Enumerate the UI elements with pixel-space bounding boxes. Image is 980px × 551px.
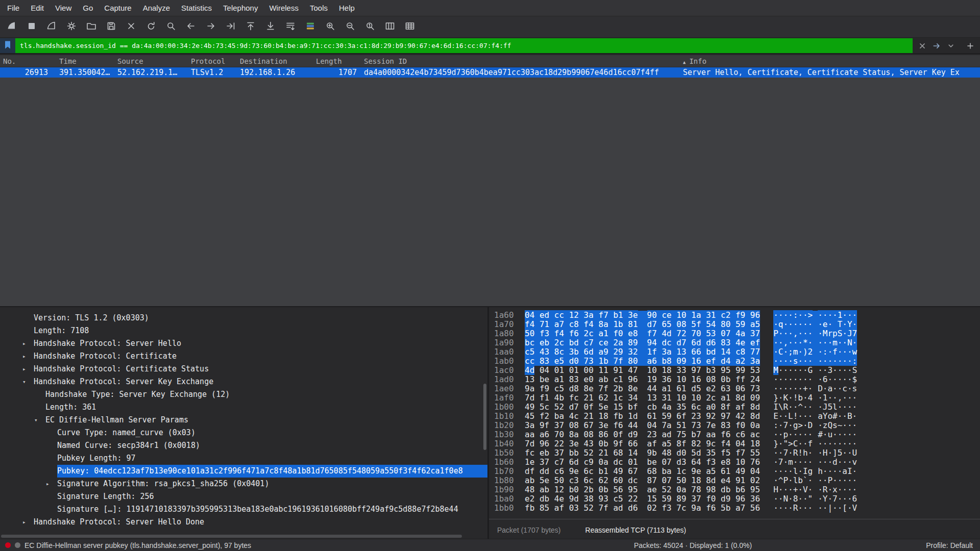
expand-arrow-icon[interactable]: ▸: [22, 337, 34, 350]
hex-row[interactable]: 1b30aa a6 70 8a 08 86 0f d923 ad 75 b7 a…: [489, 430, 980, 439]
detail-line[interactable]: ▸Handshake Protocol: Server Hello: [0, 337, 487, 350]
hex-row[interactable]: 1ac04d 04 01 01 00 11 91 4710 18 33 97 b…: [489, 366, 980, 375]
stop-capture-button[interactable]: [21, 19, 41, 35]
find-packet-button[interactable]: [161, 19, 181, 35]
filter-bookmark-button[interactable]: [0, 38, 15, 53]
menu-item-go[interactable]: Go: [78, 1, 98, 15]
column-header-time[interactable]: Time: [56, 57, 114, 65]
clear-filter-button[interactable]: [917, 40, 928, 52]
display-columns-button[interactable]: [400, 19, 420, 35]
go-to-packet-button[interactable]: [220, 19, 240, 35]
go-back-button[interactable]: [181, 19, 201, 35]
detail-horizontal-scrollbar[interactable]: [0, 535, 480, 538]
capture-options-button[interactable]: [61, 19, 81, 35]
column-header-no[interactable]: No.: [0, 57, 56, 65]
expand-arrow-icon[interactable]: ▸: [22, 350, 34, 363]
hex-row[interactable]: 1a90bc eb 2c bd c7 ce 2a 8994 dc d7 6d d…: [489, 338, 980, 347]
detail-line[interactable]: Signature […]: 11914710183397b395995313b…: [0, 503, 487, 516]
detail-line[interactable]: ▸Handshake Protocol: Certificate: [0, 350, 487, 363]
column-header-destination[interactable]: Destination: [237, 57, 313, 65]
colorize-button[interactable]: [300, 19, 320, 35]
hex-row[interactable]: 1a8050 f3 f4 f6 2c a1 f0 e8f7 4d 72 70 5…: [489, 329, 980, 338]
close-file-button[interactable]: [121, 19, 141, 35]
expert-info-icon[interactable]: [5, 542, 11, 548]
expand-arrow-icon[interactable]: ▸: [22, 363, 34, 375]
open-file-button[interactable]: [81, 19, 101, 35]
filter-input[interactable]: tls.handshake.session_id == da:4a:00:00:…: [15, 38, 913, 53]
hex-row[interactable]: 1b203a 9f 37 08 67 3e f6 4404 7a 51 73 7…: [489, 421, 980, 430]
hex-row[interactable]: 1b407d 96 22 3e 43 0b 9f 66af a5 8f 82 9…: [489, 439, 980, 448]
expand-arrow-icon[interactable]: ▸: [22, 516, 34, 529]
hex-row[interactable]: 1b9048 ab 12 b0 2b 0b 56 95ae 52 0a 78 9…: [489, 485, 980, 494]
hex-row[interactable]: 1af07d f1 4b fc 21 62 1c 3413 31 10 10 2…: [489, 393, 980, 403]
detail-line[interactable]: ▸Handshake Protocol: Certificate Status: [0, 363, 487, 375]
filter-dropdown-button[interactable]: [945, 40, 957, 52]
scrollbar-thumb[interactable]: [1, 535, 462, 538]
zoom-original-button[interactable]: [360, 19, 380, 35]
collapse-arrow-icon[interactable]: ▾: [22, 375, 34, 388]
menu-item-analyze[interactable]: Analyze: [138, 1, 175, 15]
start-capture-button[interactable]: [2, 19, 21, 35]
detail-line[interactable]: Handshake Type: Server Key Exchange (12): [0, 388, 487, 401]
column-header-session-id[interactable]: Session ID: [361, 57, 680, 65]
detail-line[interactable]: ▸Signature Algorithm: rsa_pkcs1_sha256 (…: [0, 478, 487, 490]
reload-file-button[interactable]: [141, 19, 161, 35]
menu-item-edit[interactable]: Edit: [26, 1, 49, 15]
detail-line[interactable]: Version: TLS 1.2 (0x0303): [0, 312, 487, 324]
detail-line[interactable]: Length: 361: [0, 401, 487, 414]
menu-item-telephony[interactable]: Telephony: [218, 1, 263, 15]
hex-row[interactable]: 1ab0cc 83 e5 d0 73 1b 7f 80a6 b8 09 16 e…: [489, 357, 980, 366]
detail-line-selected[interactable]: Pubkey: 04edcc123af7b13e90ce101a31c2f996…: [0, 465, 487, 478]
capture-comment-icon[interactable]: [15, 542, 20, 548]
detail-line[interactable]: Named Curve: secp384r1 (0x0018): [0, 439, 487, 452]
column-header-protocol[interactable]: Protocol: [188, 57, 237, 65]
menu-item-tools[interactable]: Tools: [305, 1, 333, 15]
go-forward-button[interactable]: [201, 19, 220, 35]
detail-line[interactable]: ▸Handshake Protocol: Server Hello Done: [0, 516, 487, 529]
detail-line[interactable]: ▾EC Diffie-Hellman Server Params: [0, 414, 487, 427]
last-packet-button[interactable]: [260, 19, 280, 35]
collapse-arrow-icon[interactable]: ▾: [34, 414, 45, 427]
expand-arrow-icon[interactable]: ▸: [46, 478, 57, 490]
resize-columns-button[interactable]: [380, 19, 400, 35]
hex-row[interactable]: 1ae09a f9 c5 d8 8e 7f 2b 8e44 a1 61 d5 e…: [489, 384, 980, 393]
menu-item-help[interactable]: Help: [334, 1, 360, 15]
detail-line[interactable]: Length: 7108: [0, 324, 487, 337]
scrollbar-thumb[interactable]: [483, 384, 486, 450]
hex-row[interactable]: 1b1045 f2 ba 4c 21 18 fb 1d61 59 6f 23 9…: [489, 412, 980, 421]
hex-row[interactable]: 1ba0e2 db 4e 9d 38 93 c5 2215 59 89 37 f…: [489, 494, 980, 504]
column-header-info[interactable]: ▲Info: [680, 57, 980, 65]
zoom-in-button[interactable]: [320, 19, 340, 35]
save-file-button[interactable]: [101, 19, 121, 35]
menu-item-statistics[interactable]: Statistics: [176, 1, 217, 15]
hex-row[interactable]: 1b70df dd c6 9e 6c b1 49 6768 ba 1c 9e a…: [489, 467, 980, 476]
column-header-source[interactable]: Source: [114, 57, 188, 65]
column-header-length[interactable]: Length: [313, 57, 361, 65]
tab-packet-1707-bytes[interactable]: Packet (1707 bytes): [497, 526, 561, 534]
status-profile[interactable]: Profile: Default: [926, 541, 973, 549]
hex-row[interactable]: 1ad013 be a1 83 e0 ab c1 9619 36 10 16 0…: [489, 375, 980, 384]
detail-line[interactable]: Signature Length: 256: [0, 490, 487, 503]
hex-row[interactable]: 1aa0c5 43 8c 3b 6d a9 29 321f 3a 13 66 b…: [489, 347, 980, 357]
zoom-out-button[interactable]: [340, 19, 360, 35]
menu-item-wireless[interactable]: Wireless: [264, 1, 304, 15]
apply-filter-button[interactable]: [931, 40, 942, 52]
detail-line[interactable]: Curve Type: named_curve (0x03): [0, 427, 487, 439]
hex-row[interactable]: 1b80ab 5e 50 c3 6c 62 60 dc87 07 50 18 8…: [489, 476, 980, 485]
auto-scroll-button[interactable]: [280, 19, 300, 35]
hex-row[interactable]: 1a70f4 71 a7 c8 f4 8a 1b 81d7 65 08 5f 5…: [489, 320, 980, 329]
detail-line[interactable]: ▾Handshake Protocol: Server Key Exchange: [0, 375, 487, 388]
detail-vertical-scrollbar[interactable]: [483, 307, 486, 532]
hex-row[interactable]: 1b50fc eb 37 bb 52 21 68 149b 48 d0 5d 3…: [489, 448, 980, 458]
hex-row[interactable]: 1bb0fb 85 af 03 52 7f ad d602 f3 7c 9a f…: [489, 504, 980, 513]
hex-row[interactable]: 1b601e 37 c7 6d c9 0a dc 01be 07 d3 64 f…: [489, 458, 980, 467]
tab-reassembled-tcp-7113-bytes[interactable]: Reassembled TCP (7113 bytes): [585, 526, 687, 534]
first-packet-button[interactable]: [240, 19, 260, 35]
menu-item-view[interactable]: View: [50, 1, 77, 15]
hex-row[interactable]: 1a6004 ed cc 12 3a f7 b1 3e90 ce 10 1a 3…: [489, 311, 980, 320]
packet-row[interactable]: 26913391.350042…52.162.219.1…TLSv1.2192.…: [0, 67, 980, 78]
hex-row[interactable]: 1b0049 5c 52 d7 0f 5e 15 bfcb 4a 35 6c a…: [489, 403, 980, 412]
add-filter-button[interactable]: [965, 40, 976, 52]
detail-line[interactable]: Pubkey Length: 97: [0, 452, 487, 465]
menu-item-file[interactable]: File: [2, 1, 24, 15]
